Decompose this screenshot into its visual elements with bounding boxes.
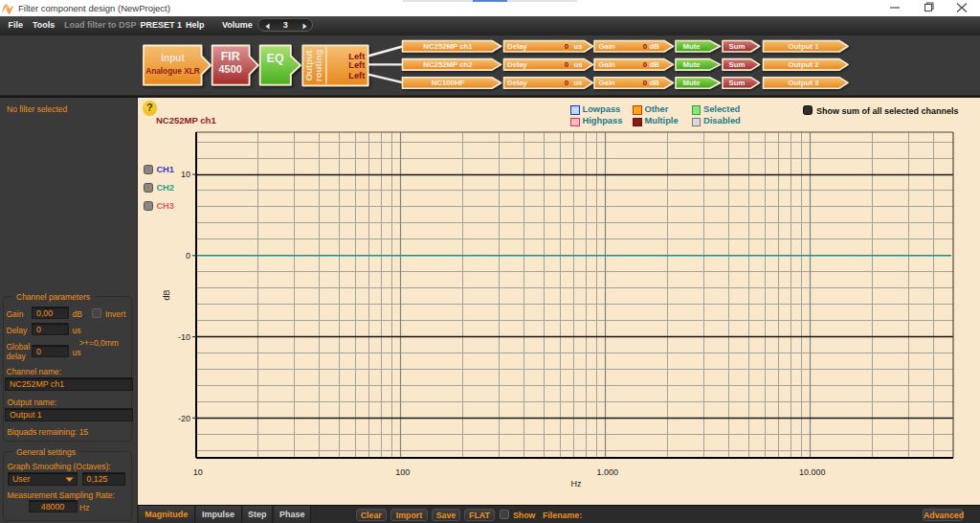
- svg-text:NC252MP ch2: NC252MP ch2: [423, 60, 473, 69]
- svg-text:Sum: Sum: [729, 79, 746, 87]
- svg-text:Output 1: Output 1: [788, 42, 819, 51]
- svg-text:Mute: Mute: [682, 79, 701, 87]
- svg-text:10: 10: [181, 170, 190, 179]
- svg-text:Hz: Hz: [571, 479, 582, 489]
- svg-text:Left: Left: [348, 60, 365, 70]
- svg-text:Sum: Sum: [729, 60, 746, 69]
- svg-text:0: 0: [643, 42, 648, 51]
- svg-text:FIR: FIR: [221, 50, 240, 63]
- svg-text:EQ: EQ: [267, 52, 284, 65]
- svg-text:NC252MP ch1: NC252MP ch1: [423, 42, 473, 51]
- svg-text:Mute: Mute: [682, 42, 701, 51]
- svg-text:Output 2: Output 2: [788, 60, 819, 69]
- svg-text:dB: dB: [650, 79, 660, 87]
- svg-text:Delay: Delay: [507, 79, 527, 87]
- svg-text:Mute: Mute: [682, 60, 701, 69]
- svg-text:Delay: Delay: [507, 42, 527, 51]
- svg-text:0: 0: [186, 251, 190, 261]
- svg-text:-20: -20: [178, 414, 190, 423]
- svg-text:Left: Left: [348, 52, 365, 61]
- svg-text:1.000: 1.000: [597, 467, 619, 477]
- svg-text:Sum: Sum: [729, 42, 746, 51]
- svg-text:Left: Left: [348, 71, 365, 80]
- svg-text:dB: dB: [162, 289, 171, 300]
- svg-text:10: 10: [193, 467, 203, 477]
- svg-text:4500: 4500: [218, 63, 241, 75]
- svg-text:dB: dB: [650, 60, 660, 69]
- svg-text:us: us: [574, 60, 584, 69]
- svg-text:us: us: [574, 79, 584, 87]
- svg-text:0: 0: [643, 60, 648, 69]
- svg-text:Gain: Gain: [599, 79, 616, 87]
- svg-text:us: us: [574, 42, 584, 51]
- svg-text:100: 100: [395, 467, 410, 477]
- svg-text:dB: dB: [650, 42, 660, 51]
- svg-text:Output 3: Output 3: [788, 79, 819, 87]
- svg-text:routing: routing: [313, 50, 323, 82]
- svg-text:NC100HF: NC100HF: [432, 79, 465, 87]
- svg-text:Input: Input: [161, 53, 185, 63]
- svg-text:Output: Output: [303, 50, 314, 81]
- svg-text:Delay: Delay: [507, 60, 527, 69]
- svg-text:Gain: Gain: [599, 60, 616, 69]
- svg-text:0: 0: [565, 42, 569, 51]
- svg-text:0: 0: [643, 79, 648, 87]
- svg-text:0: 0: [565, 60, 569, 69]
- svg-text:10.000: 10.000: [799, 467, 826, 477]
- svg-text:Gain: Gain: [599, 42, 616, 51]
- svg-text:-10: -10: [178, 332, 190, 342]
- svg-text:0: 0: [565, 79, 569, 87]
- svg-text:Analogue XLR: Analogue XLR: [145, 66, 200, 76]
